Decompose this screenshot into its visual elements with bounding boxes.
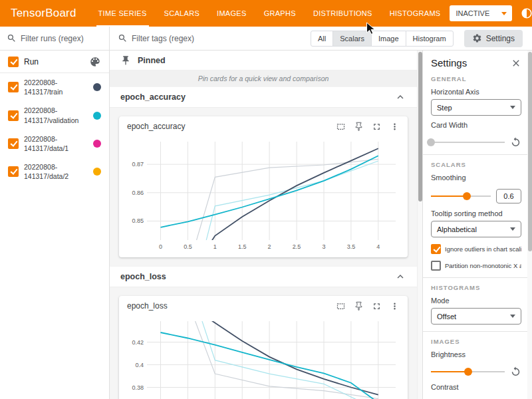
settings-button[interactable]: Settings [464, 30, 523, 47]
run-row-data-1[interactable]: 20220808-141317/data/1 [0, 130, 109, 158]
settings-scrollbar[interactable] [527, 51, 532, 399]
section-body: epoch_accuracy 00.511.522.533.540.850.86… [110, 108, 417, 266]
main-scrollbar[interactable] [417, 51, 422, 399]
brightness-label: Brightness [431, 350, 521, 358]
brightness-slider[interactable] [431, 371, 505, 372]
card-toolbar [336, 122, 400, 132]
contrast-label: Contrast [431, 383, 521, 391]
fullscreen-icon[interactable] [372, 301, 382, 311]
run-row-data-2[interactable]: 20220808-141317/data/2 [0, 158, 109, 186]
ignore-outliers-checkbox[interactable] [431, 244, 441, 254]
runs-sidebar: Run 20220808-141317/train 20220808-14131… [0, 51, 110, 399]
line-chart-epoch-loss[interactable]: 00.511.522.533.540.360.380.40.42 [122, 316, 405, 399]
tag-filter-image[interactable]: Image [371, 31, 406, 47]
run-color-dot [93, 112, 101, 120]
pin-icon[interactable] [354, 301, 364, 311]
tooltip-sorting-label: Tooltip sorting method [431, 209, 521, 217]
filter-tags-input[interactable] [132, 34, 265, 43]
run-label: 20220808-141317/train [24, 78, 81, 96]
horizontal-axis-value: Step [437, 104, 452, 112]
settings-heading-general: GENERAL [431, 75, 521, 82]
card-header: epoch_accuracy [119, 116, 408, 136]
run-row-train[interactable]: 20220808-141317/train [0, 73, 109, 101]
tooltip-sorting-value: Alphabetical [437, 225, 477, 233]
filter-runs-input[interactable] [21, 34, 99, 43]
smoothing-slider[interactable] [431, 196, 491, 197]
settings-heading-histograms: HISTOGRAMS [431, 284, 521, 291]
card-title: epoch_loss [127, 301, 168, 311]
tab-histograms[interactable]: HISTOGRAMS [381, 0, 450, 27]
run-row-validation[interactable]: 20220808-141317/validation [0, 101, 109, 129]
partition-x-axis-row[interactable]: Partition non-monotonic X axis [431, 261, 521, 271]
run-checkbox[interactable] [8, 110, 19, 121]
content-area: Run 20220808-141317/train 20220808-14131… [0, 51, 532, 399]
card-toolbar [336, 301, 400, 311]
palette-icon[interactable] [89, 56, 101, 68]
fullscreen-icon[interactable] [372, 122, 382, 132]
divider [423, 331, 532, 332]
top-bar: TensorBoard TIME SERIES SCALARS IMAGES G… [0, 0, 532, 27]
more-vert-icon[interactable] [390, 122, 400, 132]
svg-text:3.5: 3.5 [347, 243, 356, 250]
fit-domain-icon[interactable] [336, 122, 346, 132]
chevron-up-icon[interactable] [394, 271, 406, 283]
run-checkbox[interactable] [8, 138, 19, 149]
status-value: INACTIVE [456, 9, 490, 17]
settings-panel: Settings GENERAL Horizontal Axis Step Ca… [422, 51, 532, 399]
pinned-title: Pinned [138, 56, 166, 65]
dark-mode-icon[interactable] [520, 7, 532, 20]
ignore-outliers-row[interactable]: Ignore outliers in chart scaling [431, 244, 521, 254]
fit-domain-icon[interactable] [336, 301, 346, 311]
tab-scalars[interactable]: SCALARS [156, 0, 208, 27]
tab-images[interactable]: IMAGES [208, 0, 255, 27]
pin-icon[interactable] [354, 122, 364, 132]
chevron-up-icon[interactable] [394, 91, 406, 103]
more-vert-icon[interactable] [390, 301, 400, 311]
reset-icon[interactable] [510, 366, 521, 377]
section-header-epoch-loss[interactable]: epoch_loss [110, 266, 417, 287]
divider [423, 277, 532, 278]
svg-text:0.86: 0.86 [132, 190, 144, 196]
card-width-slider[interactable] [431, 142, 505, 143]
horizontal-axis-select[interactable]: Step [431, 99, 521, 116]
slider-thumb[interactable] [464, 368, 472, 376]
settings-panel-title: Settings [431, 57, 467, 68]
run-checkbox[interactable] [8, 166, 19, 177]
run-checkbox[interactable] [8, 82, 19, 92]
svg-text:0.85: 0.85 [132, 217, 144, 224]
svg-text:4: 4 [376, 243, 380, 250]
run-select-all-checkbox[interactable] [8, 57, 19, 67]
slider-thumb[interactable] [463, 192, 471, 200]
svg-text:1.5: 1.5 [238, 243, 247, 250]
scrollbar-thumb[interactable] [528, 52, 532, 251]
tag-filter-label: All [318, 35, 326, 43]
line-chart-epoch-accuracy[interactable]: 00.511.522.533.540.850.860.87 [122, 136, 405, 255]
svg-text:3: 3 [322, 243, 325, 250]
tab-label: DISTRIBUTIONS [313, 9, 372, 17]
tag-filter-histogram[interactable]: Histogram [406, 31, 454, 47]
tab-label: GRAPHS [264, 9, 296, 17]
svg-text:2: 2 [268, 243, 271, 250]
card-title: epoch_accuracy [127, 122, 185, 131]
search-icon [118, 33, 128, 43]
card-width-label: Card Width [431, 121, 521, 129]
reset-icon[interactable] [510, 136, 521, 148]
slider-thumb[interactable] [427, 138, 435, 146]
smoothing-value-input[interactable] [496, 189, 521, 203]
tab-time-series[interactable]: TIME SERIES [90, 0, 156, 27]
tag-filter-all[interactable]: All [311, 31, 333, 47]
brightness-control [431, 366, 521, 377]
section-body: epoch_loss 00.511.522.533.540.360.380.40… [110, 287, 417, 399]
tab-label: SCALARS [164, 9, 200, 17]
partition-x-axis-checkbox[interactable] [431, 261, 441, 271]
reload-status-select[interactable]: INACTIVE [450, 5, 513, 21]
histogram-mode-select[interactable]: Offset [431, 308, 521, 325]
section-header-epoch-accuracy[interactable]: epoch_accuracy [110, 86, 417, 108]
close-icon[interactable] [511, 58, 521, 68]
tab-graphs[interactable]: GRAPHS [255, 0, 305, 27]
filter-tags-container [110, 33, 273, 43]
tooltip-sorting-select[interactable]: Alphabetical [431, 221, 521, 237]
tag-filter-scalars[interactable]: Scalars [332, 31, 372, 47]
filter-runs-container [0, 27, 110, 50]
tab-distributions[interactable]: DISTRIBUTIONS [305, 0, 381, 27]
